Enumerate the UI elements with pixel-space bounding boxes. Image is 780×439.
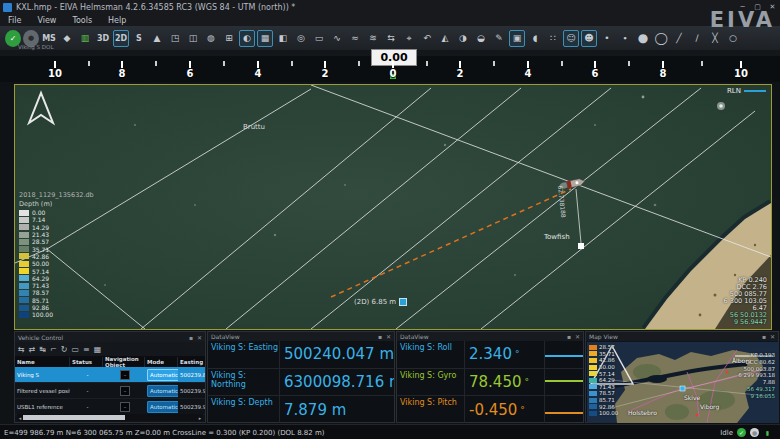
- nav-object-checkbox[interactable]: –: [120, 402, 130, 412]
- vehicle-control-titlebar[interactable]: Vehicle Control ▪ ✕: [15, 332, 205, 342]
- depth-legend-row: 42.86: [19, 253, 53, 260]
- grid-view-icon[interactable]: ▦: [94, 345, 102, 354]
- aalborg-dot: [726, 371, 729, 374]
- pin-icon[interactable]: ▪: [762, 333, 766, 340]
- vehicle-row[interactable]: Filtered vessel position-–Automatic50023…: [15, 383, 205, 399]
- view-3d-icon[interactable]: 3D: [95, 30, 111, 47]
- profile-view-3-icon[interactable]: ≋: [365, 30, 381, 47]
- link-objects-icon[interactable]: ↹: [39, 345, 46, 354]
- ruler-label: 0: [390, 68, 397, 79]
- close-icon[interactable]: ✕: [575, 333, 580, 340]
- title-bar[interactable]: KXL.hmp - EIVA Helmsman 4.2.6.34585 RC3 …: [0, 0, 780, 14]
- profile-view-1-icon[interactable]: ∿: [329, 30, 345, 47]
- scrollbar-thumb[interactable]: [23, 415, 125, 420]
- menu-file[interactable]: File: [0, 16, 29, 25]
- globe-view-icon[interactable]: ◍: [203, 30, 219, 47]
- camera-icon[interactable]: ◎: [293, 30, 309, 47]
- scene-objects-icon[interactable]: ◫: [185, 30, 201, 47]
- geo-map-layer-icon[interactable]: ◐: [239, 30, 255, 47]
- mode-button[interactable]: Automatic: [147, 401, 178, 413]
- circle-tool-icon[interactable]: ○: [725, 30, 741, 47]
- properties-icon[interactable]: ▭: [72, 345, 80, 354]
- vehicle-table-header[interactable]: NameStatusNavigation ObjectModeEasting ▲: [15, 357, 205, 367]
- add-vehicle-icon[interactable]: ⇆: [18, 345, 25, 354]
- map-viewport[interactable]: RLN 2018_1129_135632.db Depth (m) 0.007.…: [14, 84, 772, 330]
- grid-toggle-icon[interactable]: ⊞: [221, 30, 237, 47]
- close-icon[interactable]: ✕: [197, 334, 202, 341]
- point-small-icon[interactable]: •: [599, 30, 615, 47]
- pin-icon[interactable]: ▪: [378, 333, 382, 340]
- pointer-tool-icon[interactable]: ▲: [149, 30, 165, 47]
- pan-tool-icon[interactable]: ⇆: [383, 30, 399, 47]
- pin-icon[interactable]: ▪: [189, 334, 193, 341]
- menu-view[interactable]: View: [29, 16, 64, 25]
- column-header-status[interactable]: Status: [70, 357, 103, 367]
- nav-object-checkbox[interactable]: –: [120, 370, 130, 380]
- horizontal-scrollbar[interactable]: ◂ ▸: [17, 414, 203, 421]
- select-brush-icon[interactable]: ◖: [527, 30, 543, 47]
- dataview-attitude-titlebar[interactable]: DataView ▪ ✕: [397, 332, 583, 341]
- data-recording-icon[interactable]: ▥: [77, 30, 93, 47]
- map-view-titlebar[interactable]: Map View ▪ ✕: [586, 332, 778, 341]
- shade-tool-icon[interactable]: ◑: [455, 30, 471, 47]
- measure-tool-icon[interactable]: ▭: [311, 30, 327, 47]
- swap-vehicle-icon[interactable]: ⇄: [29, 345, 36, 354]
- export-view-icon[interactable]: ◳: [167, 30, 183, 47]
- depth-legend-value: 42.86: [32, 253, 49, 260]
- mode-button[interactable]: Automatic: [147, 385, 178, 397]
- menu-help[interactable]: Help: [100, 16, 134, 25]
- column-header-easting[interactable]: Easting ▲: [178, 357, 205, 367]
- column-header-mode[interactable]: Mode: [145, 357, 178, 367]
- line-draw-2-icon[interactable]: ∕: [689, 30, 705, 47]
- profile-view-2-icon[interactable]: ≈: [347, 30, 363, 47]
- palette-tool-icon[interactable]: ◒: [473, 30, 489, 47]
- point-tiny-icon[interactable]: ∙: [617, 30, 633, 47]
- line-draw-3-icon[interactable]: ╳: [707, 30, 723, 47]
- video-window-icon[interactable]: ◧: [275, 30, 291, 47]
- depth-legend-swatch: [19, 224, 29, 230]
- undo-icon[interactable]: ↶: [419, 30, 435, 47]
- layer-manager-icon[interactable]: ▣: [509, 30, 525, 47]
- view-split-icon[interactable]: S: [131, 30, 147, 47]
- view-2d-icon[interactable]: 2D: [113, 30, 129, 47]
- gnss-satellite-icon[interactable]: ◆: [59, 30, 75, 47]
- close-icon[interactable]: ✕: [386, 333, 391, 340]
- vehicle-easting: 500239.95: [178, 404, 205, 410]
- locate-tool-icon[interactable]: ⌖: [401, 30, 417, 47]
- dataview-label: Viking S: Northing: [208, 369, 280, 396]
- pin-icon[interactable]: ▪: [567, 333, 571, 340]
- line-draw-1-icon[interactable]: ╱: [671, 30, 687, 47]
- dataview-position-panel: DataView ▪ ✕ Viking S: Easting500240.047…: [207, 331, 395, 423]
- vehicle-row[interactable]: Viking S-–Automatic500239.85: [15, 367, 205, 383]
- vehicle-row[interactable]: USBL1 reference-–Automatic500239.95: [15, 399, 205, 415]
- map-info-block: KP 0.240DCC 2.76500 085.776 300 103.056.…: [724, 277, 767, 326]
- list-view-icon[interactable]: ≡: [83, 345, 90, 354]
- smiley-marker-2-icon[interactable]: ☻: [581, 30, 597, 47]
- depth-legend-row: 35.71: [19, 245, 53, 252]
- towfish-marker[interactable]: [578, 243, 584, 249]
- edit-tool-icon[interactable]: ✎: [491, 30, 507, 47]
- guidance-tab-label[interactable]: Viking S DOL: [18, 44, 53, 50]
- status-bar: E=499 986.79 m N=6 300 065.75 m Z=0.00 m…: [0, 424, 780, 439]
- mode-button[interactable]: Automatic: [147, 369, 178, 381]
- overview-info-line: 9 16.055: [738, 393, 775, 400]
- column-header-name[interactable]: Name: [15, 357, 70, 367]
- circle-soft-icon[interactable]: ◯: [653, 30, 669, 47]
- refresh-icon[interactable]: ↻: [61, 345, 68, 354]
- terrain-tool-icon[interactable]: ◭: [437, 30, 453, 47]
- seabed-layer-icon[interactable]: ▦: [257, 30, 273, 47]
- dataview-row: Viking S: Easting500240.047 m: [208, 341, 394, 369]
- smiley-marker-1-icon[interactable]: ☺: [563, 30, 579, 47]
- scatter-tool-icon[interactable]: ∷: [545, 30, 561, 47]
- depth-legend-value: 78.57: [32, 289, 49, 296]
- dataview-position-titlebar[interactable]: DataView ▪ ✕: [208, 332, 394, 341]
- close-icon[interactable]: ✕: [770, 333, 775, 340]
- depth-legend-value: 57.14: [32, 268, 49, 275]
- scroll-right-icon[interactable]: ▸: [197, 415, 203, 421]
- column-header-navigation-object[interactable]: Navigation Object: [103, 357, 145, 367]
- circle-filled-icon[interactable]: ●: [635, 30, 651, 47]
- nav-object-checkbox[interactable]: –: [120, 386, 130, 396]
- menu-tools[interactable]: Tools: [64, 16, 100, 25]
- depth-legend-swatch: [19, 312, 29, 318]
- offsets-icon[interactable]: ⌐: [50, 345, 57, 354]
